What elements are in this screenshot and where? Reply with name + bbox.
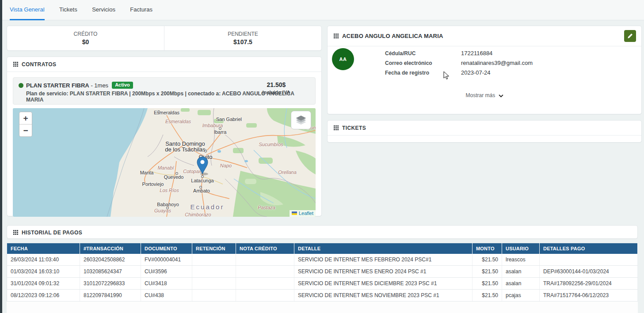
field-row: Correo electrónico renatalinares39@gmail… [385,60,641,66]
status-dot [19,83,23,88]
tickets-title: TICKETS [342,125,366,131]
registro-value: 2023-07-24 [461,70,491,76]
chevron-down-icon [499,94,503,98]
cell-fecha: 01/03/2024 16:03:10 [7,266,80,278]
pending-value: $107.5 [233,38,252,45]
cell-detalle: SERVICIO DE INTERNET MES NOVIEMBRE 2023 … [294,290,473,302]
plan-price-note: incluido IVA [255,90,297,95]
col-nota-credito: NOTA CRÉDITO [236,243,294,254]
leaflet-link[interactable]: Leaflet [299,211,313,216]
contracts-title: CONTRATOS [22,61,57,68]
cell-documento: FV#000004041 [141,254,192,266]
cell-retencion [192,254,236,266]
cedula-value: 1722116884 [461,50,492,57]
col-documento: DOCUMENTO [141,243,192,254]
plan-duration: 1mes [94,82,108,89]
credit-value: $0 [82,38,89,45]
map-zoom-control: + − [19,112,32,137]
cell-documento: CU#3418 [141,278,192,290]
col-detalle: DETALLE [294,243,473,254]
pending-block: PENDIENTE $107.5 [164,26,321,50]
map-base [13,108,316,217]
col-detalles-pago: DETALLES PAGO [540,243,638,254]
table-row[interactable]: 01/03/2024 16:03:10 1032085624347 CU#359… [7,266,638,278]
plan-name: PLAN STARTER FIBRA [26,82,89,89]
cell-nota-credito [236,290,294,302]
field-row: Fecha de registro 2023-07-24 [385,70,641,76]
cell-transaccion: 26032042508862 [80,254,141,266]
table-row[interactable]: 31/01/2024 09:01:32 31012072296833 CU#34… [7,278,638,290]
customer-card: ACEBO ANGULO ANGELICA MARIA AA Cédula/RU… [327,26,642,114]
map-attribution: Leaflet [290,210,316,217]
plan-price-block: 21.50$ incluido IVA [255,81,297,95]
cell-monto: $21.50 [473,290,502,302]
cell-retencion [192,278,236,290]
customer-name-title: ACEBO ANGULO ANGELICA MARIA [342,33,443,39]
grid-icon [13,230,18,235]
payments-title: HISTORIAL DE PAGOS [22,230,82,236]
cell-monto: $21.50 [473,254,502,266]
table-row[interactable]: 08/12/2023 09:12:06 8122097841990 CU#438… [7,290,638,302]
cell-detalles-pago: TRA#71517764-06/12/2023 [540,290,638,302]
avatar: AA [332,48,354,70]
grid-icon [334,125,339,130]
cell-detalles-pago: DEP#63000144-01/03/2024 [540,266,638,278]
show-more-link[interactable]: Mostrar más [328,92,641,98]
contracts-header: CONTRATOS [7,57,321,72]
layers-icon [295,114,307,126]
col-retencion: RETENCIÓN [192,243,236,254]
col-transaccion: #TRANSACCIÓN [80,243,141,254]
customer-body: AA Cédula/RUC 1722116884 Correo electrón… [328,46,641,115]
tab-servicios[interactable]: Servicios [92,0,115,20]
cedula-label: Cédula/RUC [385,50,461,57]
cell-detalle: SERVICIO DE INTERNET MES DICIEMBRE 2023 … [294,278,473,290]
customer-fields: Cédula/RUC 1722116884 Correo electrónico… [328,46,641,76]
email-label: Correo electrónico [385,60,461,66]
cell-monto: $21.50 [473,266,502,278]
tab-facturas[interactable]: Facturas [130,0,152,20]
zoom-out-button[interactable]: − [19,124,32,136]
credit-label: CRÉDITO [74,31,98,37]
pending-label: PENDIENTE [228,31,258,37]
cell-usuario: pcajas [502,290,540,302]
tickets-card: TICKETS [327,120,642,143]
cell-retencion [192,290,236,302]
payments-table-card: FECHA #TRANSACCIÓN DOCUMENTO RETENCIÓN N… [7,243,638,313]
email-value: renatalinares39@gmail.com [461,60,533,66]
edit-customer-button[interactable] [624,30,636,42]
grid-icon [13,62,18,67]
contract-item[interactable]: PLAN STARTER FIBRA - 1mes Activo Plan de… [13,77,316,105]
table-header-row: FECHA #TRANSACCIÓN DOCUMENTO RETENCIÓN N… [7,243,638,254]
payments-table: FECHA #TRANSACCIÓN DOCUMENTO RETENCIÓN N… [7,243,638,302]
cell-fecha: 31/01/2024 09:01:32 [7,278,80,290]
ukraine-flag-icon [292,211,297,215]
status-badge: Activo [112,82,133,89]
customer-header: ACEBO ANGULO ANGELICA MARIA [328,26,641,46]
left-edge-strip [0,0,2,313]
app-root: Vista General Tickets Servicios Facturas… [0,0,644,313]
cell-monto: $21.50 [473,278,502,290]
table-row[interactable]: 26/03/2024 11:03:40 26032042508862 FV#00… [7,254,638,266]
col-usuario: USUARIO [502,243,540,254]
cell-usuario: asalan [502,266,540,278]
tab-vista-general[interactable]: Vista General [10,0,45,20]
cell-nota-credito [236,266,294,278]
cell-fecha: 08/12/2023 09:12:06 [7,290,80,302]
cell-transaccion: 1032085624347 [80,266,141,278]
col-fecha: FECHA [7,243,80,254]
registro-label: Fecha de registro [385,70,461,76]
cell-usuario: lreascos [502,254,540,266]
cell-nota-credito [236,254,294,266]
leaflet-map[interactable]: Esmeraldas Esmeraldas San Gabriel Imbabu… [13,108,316,217]
cell-documento: CU#3596 [141,266,192,278]
map-marker-icon[interactable] [196,156,211,176]
tab-tickets[interactable]: Tickets [59,0,77,20]
map-layers-button[interactable] [291,111,311,129]
cell-transaccion: 8122097841990 [80,290,141,302]
show-more-label: Mostrar más [465,92,495,98]
cell-nota-credito [236,278,294,290]
plan-separator: - [89,82,95,89]
zoom-in-button[interactable]: + [19,112,32,124]
payments-header-card: HISTORIAL DE PAGOS [7,225,638,239]
cell-documento: CU#438 [141,290,192,302]
